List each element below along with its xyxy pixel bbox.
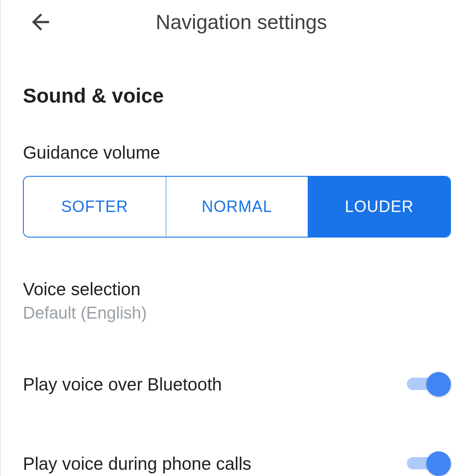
voice-selection-subtitle: Default (English) bbox=[23, 304, 451, 323]
back-arrow-icon bbox=[28, 9, 53, 35]
bluetooth-toggle-row: Play voice over Bluetooth bbox=[23, 371, 451, 398]
page-title: Navigation settings bbox=[54, 10, 455, 34]
volume-louder-button[interactable]: LOUDER bbox=[308, 177, 450, 237]
volume-normal-button[interactable]: NORMAL bbox=[166, 177, 309, 237]
guidance-volume-label: Guidance volume bbox=[23, 143, 451, 163]
section-title: Sound & voice bbox=[23, 84, 451, 108]
phone-calls-toggle-row: Play voice during phone calls bbox=[23, 450, 451, 476]
voice-selection-row[interactable]: Voice selection Default (English) bbox=[23, 279, 451, 323]
phone-calls-toggle-label: Play voice during phone calls bbox=[23, 454, 251, 474]
volume-softer-button[interactable]: SOFTER bbox=[24, 177, 166, 237]
voice-selection-title: Voice selection bbox=[23, 279, 451, 299]
content: Sound & voice Guidance volume SOFTER NOR… bbox=[1, 44, 473, 476]
guidance-volume-control: SOFTER NORMAL LOUDER bbox=[23, 176, 451, 238]
back-button[interactable] bbox=[27, 9, 54, 35]
bluetooth-toggle-switch[interactable] bbox=[407, 371, 451, 398]
bluetooth-toggle-label: Play voice over Bluetooth bbox=[23, 375, 222, 394]
toggle-thumb bbox=[426, 451, 451, 476]
header: Navigation settings bbox=[1, 0, 473, 44]
phone-calls-toggle-switch[interactable] bbox=[407, 450, 451, 476]
toggle-thumb bbox=[426, 372, 451, 397]
